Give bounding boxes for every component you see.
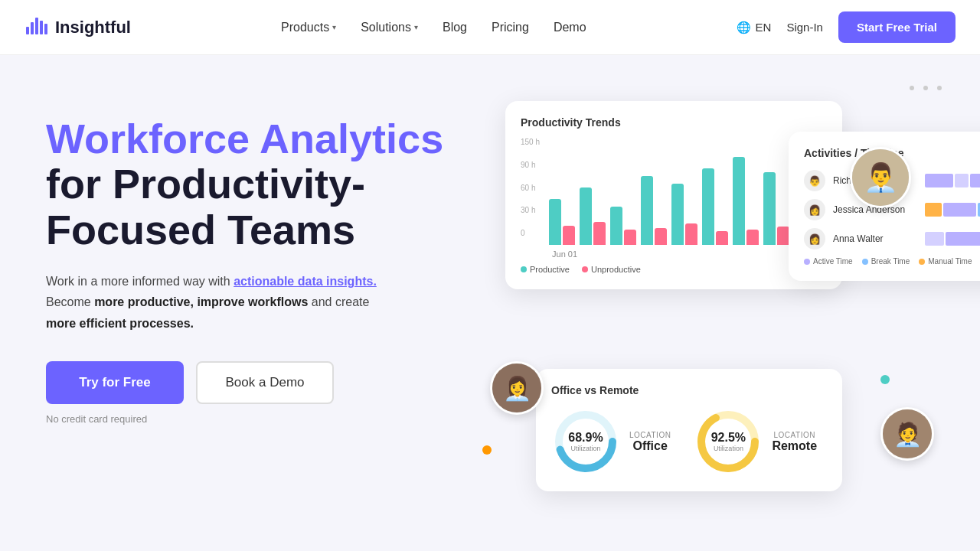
bar-group-3: [610, 207, 636, 245]
legend-productive: Productive: [521, 265, 570, 274]
highlight-text: actionable data insights.: [234, 275, 377, 288]
dot-2: [923, 86, 928, 90]
nav-right: 🌐 EN Sign-In Start Free Trial: [737, 11, 956, 43]
legend-dot-productive: [521, 266, 527, 272]
remote-donut: 92.5% Utilization: [694, 407, 763, 476]
bold-text-1: more productive, improve workflows: [94, 295, 308, 308]
floating-avatar-3: 🧑‍💼: [880, 407, 934, 461]
timeline-richard: [925, 174, 980, 187]
hero-section: Workforce Analytics for Productivity-Foc…: [0, 55, 980, 551]
bar-teal-8: [763, 172, 776, 245]
navbar: Insightful Products ▾ Solutions ▾ Blog P…: [0, 0, 980, 55]
office-donut: 68.9% Utilization: [551, 407, 620, 476]
svg-rect-4: [44, 24, 47, 34]
floating-avatar-2: 👩‍💼: [490, 361, 544, 415]
bar-group-1: [549, 199, 575, 245]
name-anna: Anna Walter: [833, 233, 917, 244]
office-location-info: LOCATION Office: [629, 431, 671, 453]
tl-block: [943, 203, 977, 217]
hero-note: No credit card required: [46, 413, 459, 425]
svg-rect-0: [26, 27, 29, 34]
productivity-card-title: Productivity Trends: [521, 116, 827, 129]
office-section: 68.9% Utilization LOCATION Office: [551, 407, 671, 476]
legend-break: Break Time: [862, 257, 910, 266]
office-util-label: Utilization: [568, 445, 603, 452]
office-donut-center: 68.9% Utilization: [568, 431, 603, 452]
remote-card-title: Office vs Remote: [551, 384, 827, 396]
x-label-jun01: Jun 01: [552, 249, 577, 259]
bar-teal-5: [671, 184, 684, 245]
tl-block: [925, 203, 942, 217]
chart-x-labels: Jun 01 Jun 04: [549, 249, 827, 259]
bar-group-5: [671, 184, 697, 245]
language-selector[interactable]: 🌐 EN: [737, 21, 772, 34]
start-free-trial-button[interactable]: Start Free Trial: [838, 11, 956, 43]
bar-pink-6: [716, 231, 728, 245]
bar-pink-5: [685, 223, 697, 245]
timeline-jessica: [925, 203, 980, 217]
book-a-demo-button[interactable]: Book a Demo: [196, 361, 334, 404]
bar-teal-2: [580, 187, 592, 245]
y-label-60: 60 h: [521, 184, 540, 192]
svg-rect-3: [40, 21, 43, 34]
bar-pink-1: [563, 226, 575, 245]
bar-teal-3: [610, 207, 622, 245]
try-for-free-button[interactable]: Try for Free: [46, 361, 184, 404]
dot-1: [910, 86, 914, 90]
timeline-anna: [925, 232, 980, 246]
legend-dot-active: [804, 259, 810, 265]
nav-demo[interactable]: Demo: [554, 21, 586, 34]
avatar-face-1: 👨‍💼: [852, 149, 909, 206]
legend-dot-unproductive: [582, 266, 588, 272]
nav-products[interactable]: Products ▾: [281, 21, 336, 34]
remote-location-info: LOCATION Remote: [772, 431, 817, 453]
signin-link[interactable]: Sign-In: [786, 21, 823, 34]
remote-pct: 92.5%: [711, 431, 746, 445]
chevron-down-icon: ▾: [332, 23, 336, 31]
nav-solutions[interactable]: Solutions ▾: [361, 21, 418, 34]
bar-teal-7: [733, 157, 745, 245]
bar-group-4: [641, 176, 667, 245]
tl-block: [970, 174, 980, 187]
dot-3: [937, 86, 942, 90]
office-vs-remote-card: Office vs Remote 68.9% Utilization: [536, 369, 842, 491]
logo-text: Insightful: [55, 18, 131, 37]
hero-description: Work in a more informed way with actiona…: [46, 271, 413, 334]
y-label-0: 0: [521, 229, 540, 237]
hero-buttons: Try for Free Book a Demo: [46, 361, 459, 404]
bar-group-6: [702, 168, 728, 245]
svg-rect-2: [35, 18, 38, 34]
hero-left: Workforce Analytics for Productivity-Foc…: [46, 101, 459, 425]
bar-teal-4: [641, 176, 653, 245]
avatar-face-2: 👩‍💼: [492, 364, 541, 412]
nav-pricing[interactable]: Pricing: [492, 21, 529, 34]
bar-pink-7: [746, 230, 759, 245]
nav-blog[interactable]: Blog: [443, 21, 467, 34]
remote-util-label: Utilization: [711, 445, 746, 452]
accent-dot: [880, 375, 890, 384]
activity-row-anna: 👩 Anna Walter: [804, 228, 980, 249]
chevron-down-icon: ▾: [414, 23, 418, 31]
bar-group-8: [763, 172, 789, 245]
avatar-anna: 👩: [804, 228, 825, 249]
avatar-face-3: 🧑‍💼: [883, 409, 932, 458]
remote-donut-center: 92.5% Utilization: [711, 431, 746, 452]
accent-dot-2: [482, 445, 492, 455]
hero-dashboard: Productivity Trends 150 h 90 h 60 h 30 h…: [505, 101, 934, 530]
globe-icon: 🌐: [737, 21, 751, 34]
legend-active: Active Time: [804, 257, 853, 266]
chart-bars: [549, 138, 827, 245]
logo[interactable]: Insightful: [24, 13, 131, 42]
hero-title-purple: Workforce Analytics: [46, 116, 459, 161]
tl-block: [925, 232, 944, 246]
legend-dot-manual: [919, 259, 925, 265]
avatar-richard: 👨: [804, 170, 825, 191]
hero-title-black: for Productivity-Focused Teams: [46, 161, 459, 253]
y-label-90: 90 h: [521, 161, 540, 169]
remote-row: 68.9% Utilization LOCATION Office: [551, 407, 827, 476]
remote-location-tag: LOCATION: [772, 431, 817, 439]
remote-location-name: Remote: [772, 439, 817, 453]
bar-teal-1: [549, 199, 561, 245]
tl-block: [955, 174, 969, 187]
chart-legend: Productive Unproductive: [521, 265, 827, 274]
